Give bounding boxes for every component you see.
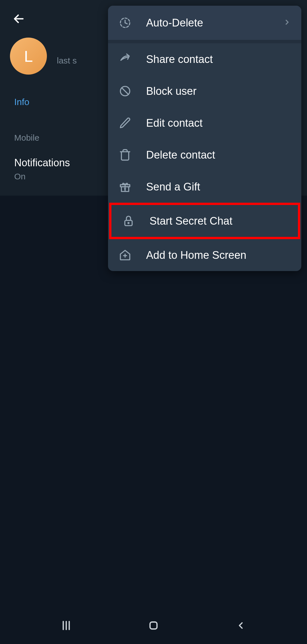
profile-info: last s bbox=[57, 42, 97, 65]
svg-line-5 bbox=[122, 88, 128, 95]
home-icon bbox=[148, 620, 159, 631]
menu-label-secret-chat: Start Secret Chat bbox=[150, 215, 288, 227]
svg-text:★: ★ bbox=[123, 186, 127, 191]
system-nav-bar bbox=[0, 607, 307, 644]
svg-line-3 bbox=[125, 23, 127, 24]
menu-label-block: Block user bbox=[146, 85, 291, 97]
menu-item-delete-contact[interactable]: Delete contact bbox=[108, 139, 301, 171]
gift-icon: ★ bbox=[118, 180, 132, 194]
nav-back-button[interactable] bbox=[232, 617, 249, 634]
avatar-letter: L bbox=[24, 47, 33, 65]
menu-label-edit: Edit contact bbox=[146, 117, 291, 129]
back-button[interactable] bbox=[11, 11, 27, 27]
share-icon bbox=[118, 52, 132, 66]
nav-home-button[interactable] bbox=[145, 617, 162, 634]
back-arrow-icon bbox=[13, 13, 25, 25]
profile-status: last s bbox=[57, 56, 97, 65]
menu-item-edit-contact[interactable]: Edit contact bbox=[108, 107, 301, 139]
nav-recents-button[interactable] bbox=[58, 617, 75, 634]
profile-name bbox=[57, 42, 97, 54]
home-plus-icon bbox=[118, 248, 132, 262]
menu-item-auto-delete[interactable]: Auto-Delete bbox=[108, 6, 301, 40]
block-icon bbox=[118, 84, 132, 98]
lock-icon bbox=[122, 214, 135, 228]
menu-item-share-contact[interactable]: Share contact bbox=[108, 43, 301, 75]
nav-back-icon bbox=[235, 620, 246, 631]
menu-separator bbox=[108, 40, 301, 43]
svg-point-11 bbox=[128, 223, 129, 224]
menu-label-home-screen: Add to Home Screen bbox=[146, 249, 291, 261]
menu-label-gift: Send a Gift bbox=[146, 181, 291, 193]
recents-icon bbox=[60, 620, 72, 631]
menu-item-secret-chat[interactable]: Start Secret Chat bbox=[109, 203, 300, 239]
menu-label-auto-delete: Auto-Delete bbox=[146, 17, 283, 29]
menu-item-block-user[interactable]: Block user bbox=[108, 75, 301, 107]
svg-rect-17 bbox=[150, 622, 157, 629]
menu-label-delete: Delete contact bbox=[146, 149, 291, 161]
trash-icon bbox=[118, 148, 132, 162]
timer-icon bbox=[118, 16, 132, 30]
menu-item-home-screen[interactable]: Add to Home Screen bbox=[108, 239, 301, 271]
menu-label-share: Share contact bbox=[146, 53, 291, 65]
avatar[interactable]: L bbox=[10, 38, 47, 75]
options-menu: Auto-Delete Share contact Block user bbox=[108, 6, 301, 271]
menu-item-send-gift[interactable]: ★ Send a Gift bbox=[108, 171, 301, 203]
phone-number bbox=[14, 118, 105, 130]
chevron-right-icon bbox=[283, 18, 291, 27]
pencil-icon bbox=[118, 116, 132, 130]
